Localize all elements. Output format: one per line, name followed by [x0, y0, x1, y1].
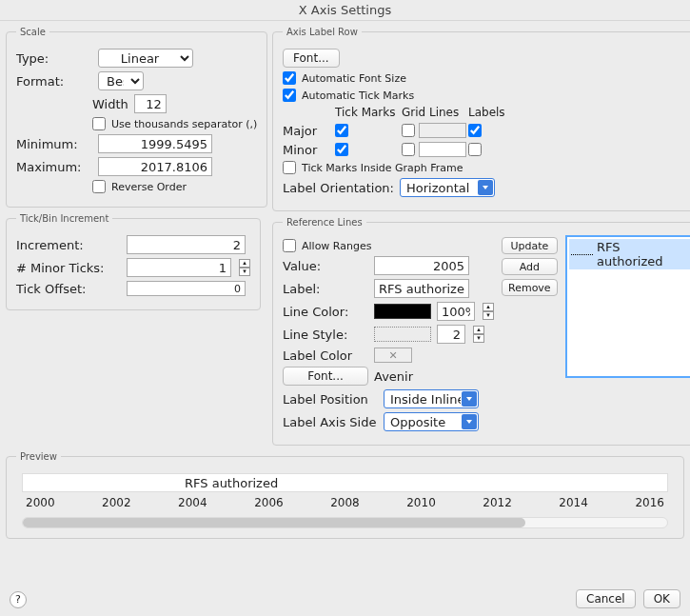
axisrow-group: Axis Label Row Font... Automatic Font Si… [272, 27, 690, 211]
linestyle-stepper[interactable]: ▴▾ [473, 326, 484, 343]
list-item[interactable]: RFS authorized [569, 239, 690, 269]
minor-grid-swatch[interactable] [419, 142, 466, 157]
ref-legend: Reference Lines [283, 217, 366, 228]
axis-font-button[interactable]: Font... [283, 49, 340, 68]
value-label: Value: [283, 259, 368, 273]
min-input[interactable] [98, 134, 212, 153]
tick-group: Tick/Bin Increment Increment: # Minor Ti… [6, 213, 261, 310]
opacity-stepper[interactable]: ▴▾ [483, 303, 494, 320]
thousands-label: Use thousands separator (,) [111, 118, 257, 130]
reverse-label: Reverse Order [111, 181, 187, 193]
linecolor-swatch[interactable] [374, 304, 431, 319]
hd-grid: Grid Lines [402, 106, 468, 119]
linestyle-input[interactable] [437, 325, 465, 344]
auto-tick-label: Automatic Tick Marks [302, 89, 414, 102]
opacity-input[interactable] [437, 302, 475, 321]
minor-label: Minor [283, 143, 335, 157]
min-label: Minimum: [16, 137, 92, 151]
labelpos-select[interactable]: Inside Inline [384, 389, 479, 408]
scrollbar-thumb[interactable] [23, 518, 525, 527]
thousands-checkbox[interactable] [92, 117, 106, 130]
scale-legend: Scale [16, 27, 49, 37]
inside-label: Tick Marks Inside Graph Frame [302, 162, 463, 174]
major-grid-swatch[interactable] [419, 123, 466, 138]
auto-font-checkbox[interactable] [283, 71, 296, 85]
labelcolor-swatch[interactable]: ✕ [374, 348, 412, 363]
major-tick-checkbox[interactable] [335, 124, 348, 137]
auto-font-label: Automatic Font Size [302, 72, 406, 85]
preview-group: Preview RFS authorized 2000 2002 2004 20… [6, 451, 684, 539]
max-label: Maximum: [16, 160, 92, 174]
format-select[interactable]: Best [98, 71, 144, 90]
ref-font-button[interactable]: Font... [283, 367, 368, 386]
format-label: Format: [16, 74, 92, 89]
help-button[interactable]: ? [10, 591, 27, 608]
increment-input[interactable] [127, 235, 246, 254]
major-label: Major [283, 124, 335, 138]
preview-label: RFS authorized [185, 476, 278, 490]
allow-ranges-checkbox[interactable] [283, 239, 296, 252]
labelcolor-label: Label Color [283, 348, 368, 363]
value-input[interactable] [374, 256, 469, 275]
scale-group: Scale Type: Linear Format: Best Width Us… [6, 27, 267, 208]
linestyle-label: Line Style: [283, 328, 368, 342]
allow-ranges-label: Allow Ranges [302, 240, 371, 252]
minor-tick-checkbox[interactable] [335, 143, 348, 156]
type-select[interactable]: Linear [98, 49, 193, 68]
linecolor-label: Line Color: [283, 305, 368, 319]
labelside-select[interactable]: Opposite [384, 412, 479, 431]
reverse-checkbox[interactable] [92, 180, 106, 193]
hd-tick: Tick Marks [335, 106, 402, 119]
offset-label: Tick Offset: [16, 282, 121, 296]
preview-legend: Preview [16, 451, 61, 462]
minor-stepper[interactable]: ▴▾ [239, 259, 250, 276]
list-item-label: RFS authorized [597, 240, 688, 268]
minor-grid-checkbox[interactable] [402, 143, 415, 156]
orientation-label: Label Orientation: [283, 181, 394, 195]
remove-button[interactable]: Remove [502, 279, 558, 296]
offset-input[interactable] [127, 281, 246, 296]
cancel-button[interactable]: Cancel [576, 589, 636, 608]
max-input[interactable] [98, 157, 212, 176]
auto-tick-checkbox[interactable] [283, 89, 296, 102]
hd-labels: Labels [468, 106, 516, 119]
label-input[interactable] [374, 279, 469, 298]
window-title: X Axis Settings [0, 0, 690, 21]
axisrow-legend: Axis Label Row [283, 27, 362, 37]
preview-canvas: RFS authorized [22, 473, 668, 492]
major-grid-checkbox[interactable] [402, 124, 415, 137]
width-label: Width [92, 97, 128, 111]
tick-legend: Tick/Bin Increment [16, 213, 112, 224]
ok-button[interactable]: OK [643, 589, 680, 608]
increment-label: Increment: [16, 238, 121, 252]
minor-input[interactable] [127, 258, 231, 277]
linestyle-swatch[interactable] [374, 327, 431, 342]
update-button[interactable]: Update [502, 237, 558, 254]
preview-axis: 2000 2002 2004 2006 2008 2010 2012 2014 … [26, 496, 664, 509]
label-label: Label: [283, 282, 368, 296]
font-name: Avenir [374, 369, 413, 384]
ref-group: Reference Lines Allow Ranges Value: Labe… [272, 217, 690, 446]
width-input[interactable] [134, 94, 167, 113]
inside-checkbox[interactable] [283, 161, 296, 174]
minor-label: # Minor Ticks: [16, 261, 121, 275]
labelside-label: Label Axis Side [283, 415, 378, 429]
type-label: Type: [16, 51, 92, 66]
minor-labels-checkbox[interactable] [468, 143, 482, 156]
preview-scrollbar[interactable] [22, 517, 668, 528]
dotted-line-icon [571, 254, 593, 255]
orientation-select[interactable]: Horizontal [400, 178, 495, 197]
major-labels-checkbox[interactable] [468, 124, 482, 137]
ref-list[interactable]: RFS authorized [565, 235, 690, 378]
labelpos-label: Label Position [283, 392, 378, 407]
add-button[interactable]: Add [502, 258, 558, 275]
